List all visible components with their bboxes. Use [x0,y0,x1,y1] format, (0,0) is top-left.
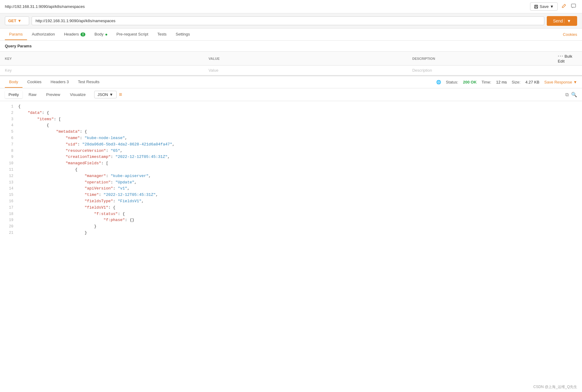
top-bar: http://192.168.31.1:9090/api/k8s/namespa… [0,0,582,13]
row-action [553,66,582,75]
save-chevron: ▼ [550,4,554,9]
json-line-12: 12 "manager": "kube-apiserver", [0,173,582,179]
json-format-select[interactable]: JSON ▼ [94,91,117,98]
value-cell[interactable]: Value [204,66,408,75]
svg-rect-2 [535,7,537,8]
page-title: http://192.168.31.1:9090/api/k8s/namespa… [5,4,85,9]
tab-body[interactable]: Body [90,29,111,40]
value-column-header: VALUE [204,52,408,66]
tab-headers[interactable]: Headers 8 [60,29,90,40]
key-column-header: KEY [0,52,204,66]
json-line-1: 1 { [0,104,582,110]
response-tab-headers[interactable]: Headers 3 [46,77,73,88]
svg-rect-1 [536,5,537,6]
json-line-10: 10 "managedFields": [ [0,160,582,167]
format-preview[interactable]: Preview [43,91,64,98]
format-raw[interactable]: Raw [25,91,40,98]
params-table: KEY VALUE DESCRIPTION ··· Bulk Edit Key … [0,51,582,75]
json-line-2: 2 "data": { [0,110,582,116]
save-button[interactable]: Save ▼ [530,2,558,11]
json-line-19: 19 "f:phase": {} [0,217,582,223]
tab-authorization[interactable]: Authorization [28,29,59,40]
json-body: 1 { 2 "data": { 3 "items": [ 4 { 5 "meta… [0,101,582,392]
save-icon [534,5,538,9]
method-chevron: ▼ [18,19,22,23]
time-value: 12 ms [496,80,507,84]
tab-pre-request[interactable]: Pre-request Script [112,29,152,40]
globe-icon: 🌐 [436,80,441,84]
response-tab-body[interactable]: Body [5,77,22,88]
url-input[interactable] [32,16,544,25]
response-tabs-bar: Body Cookies Headers 3 Test Results 🌐 St… [0,76,582,88]
json-line-15: 15 "time": "2022-12-12T05:45:31Z", [0,192,582,198]
tab-params[interactable]: Params [5,29,27,40]
url-bar: GET ▼ Send ▼ [0,13,582,29]
format-right-actions: ⧉ 🔍 [565,92,577,97]
edit-icon [561,4,566,9]
status-value: 200 OK [463,80,477,84]
size-value: 4.27 KB [525,80,539,84]
send-dropdown[interactable]: ▼ [564,19,571,23]
response-section: Body Cookies Headers 3 Test Results 🌐 St… [0,75,582,392]
json-line-5: 5 "metadata": { [0,129,582,135]
response-status-bar: 🌐 Status: 200 OK Time: 12 ms Size: 4.27 … [436,80,577,84]
query-params-section-header: Query Params [0,41,582,51]
response-tab-cookies[interactable]: Cookies [23,77,46,88]
cookies-link[interactable]: Cookies [563,32,577,37]
filter-icon[interactable]: ≡ [119,91,122,98]
action-column-header: ··· Bulk Edit [553,52,582,66]
send-button[interactable]: Send ▼ [547,16,577,26]
tab-settings[interactable]: Settings [171,29,194,40]
comment-icon-button[interactable] [570,2,577,11]
save-response-button[interactable]: Save Response ▼ [544,80,577,84]
time-label: Time: [481,80,491,84]
response-headers-badge: 3 [67,80,69,84]
json-line-4: 4 { [0,122,582,129]
json-line-6: 6 "name": "kube-node-lease", [0,135,582,141]
body-dot [105,34,107,36]
json-line-16: 16 "fieldsType": "FieldsV1", [0,198,582,205]
json-chevron: ▼ [109,92,113,97]
json-line-13: 13 "operation": "Update", [0,179,582,186]
table-row: Key Value Description [0,66,582,75]
json-line-21: 21 } [0,230,582,236]
status-label: Status: [446,80,458,84]
desc-cell[interactable]: Description [407,66,553,75]
size-label: Size: [512,80,521,84]
json-line-17: 17 "fieldsV1": { [0,205,582,211]
json-line-20: 20 } [0,223,582,230]
more-icon[interactable]: ··· [558,53,563,59]
format-visualize[interactable]: Visualize [66,91,89,98]
headers-badge: 8 [80,32,85,36]
watermark: CSDN @上海_运维_Q先生 [533,384,577,390]
request-tabs-bar: Params Authorization Headers 8 Body Pre-… [0,29,582,41]
key-cell[interactable]: Key [0,66,204,75]
edit-icon-button[interactable] [560,2,567,11]
json-line-9: 9 "creationTimestamp": "2022-12-12T05:45… [0,154,582,160]
top-bar-actions: Save ▼ [530,2,577,11]
json-line-7: 7 "uid": "28da06d6-5bd3-4da2-8628-421d6a… [0,141,582,148]
format-pretty[interactable]: Pretty [5,91,22,98]
json-line-3: 3 "items": [ [0,116,582,123]
desc-column-header: DESCRIPTION [407,52,553,66]
json-line-18: 18 "f:status": { [0,211,582,217]
json-line-11: 11 { [0,167,582,173]
copy-icon[interactable]: ⧉ [565,92,569,97]
json-line-14: 14 "apiVersion": "v1", [0,186,582,192]
svg-rect-3 [571,4,576,7]
response-tab-test-results[interactable]: Test Results [74,77,104,88]
tab-tests[interactable]: Tests [153,29,171,40]
method-select[interactable]: GET ▼ [5,16,29,25]
comment-icon [571,4,576,9]
format-bar: Pretty Raw Preview Visualize JSON ▼ ≡ ⧉ … [0,88,582,101]
search-icon[interactable]: 🔍 [571,92,577,97]
json-line-8: 8 "resourceVersion": "65", [0,148,582,154]
